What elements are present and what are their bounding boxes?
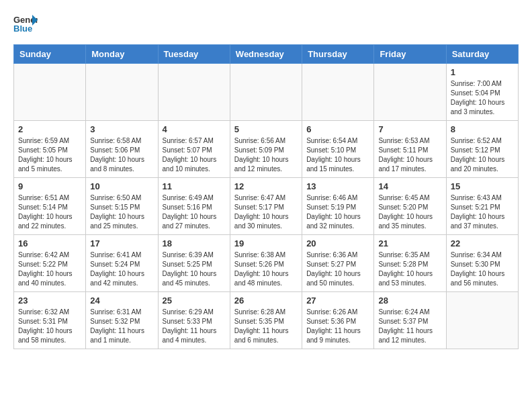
- weekday-header-row: SundayMondayTuesdayWednesdayThursdayFrid…: [14, 45, 519, 64]
- calendar-cell: 20Sunrise: 6:36 AM Sunset: 5:27 PM Dayli…: [302, 235, 374, 292]
- day-info: Sunrise: 6:59 AM Sunset: 5:05 PM Dayligh…: [18, 136, 81, 174]
- calendar-cell: [86, 64, 158, 121]
- day-number: 28: [378, 295, 441, 306]
- calendar-week-row-4: 16Sunrise: 6:42 AM Sunset: 5:22 PM Dayli…: [14, 235, 519, 292]
- day-number: 14: [378, 181, 441, 191]
- calendar-cell: [158, 64, 230, 121]
- calendar-week-row-1: 1Sunrise: 7:00 AM Sunset: 5:04 PM Daylig…: [14, 64, 519, 121]
- day-info: Sunrise: 6:46 AM Sunset: 5:19 PM Dayligh…: [306, 193, 369, 231]
- day-number: 13: [306, 181, 369, 191]
- calendar-cell: [14, 64, 86, 121]
- calendar-cell: 6Sunrise: 6:54 AM Sunset: 5:10 PM Daylig…: [302, 121, 374, 178]
- calendar-cell: 19Sunrise: 6:38 AM Sunset: 5:26 PM Dayli…: [230, 235, 302, 292]
- day-number: 22: [451, 238, 514, 248]
- logo-icon: General Blue: [13, 13, 38, 34]
- calendar-cell: 1Sunrise: 7:00 AM Sunset: 5:04 PM Daylig…: [446, 64, 518, 121]
- calendar-cell: 15Sunrise: 6:43 AM Sunset: 5:21 PM Dayli…: [446, 178, 518, 235]
- calendar-week-row-5: 23Sunrise: 6:32 AM Sunset: 5:31 PM Dayli…: [14, 292, 519, 349]
- day-info: Sunrise: 7:00 AM Sunset: 5:04 PM Dayligh…: [451, 79, 514, 117]
- day-info: Sunrise: 6:39 AM Sunset: 5:25 PM Dayligh…: [163, 250, 226, 288]
- day-number: 9: [18, 181, 81, 191]
- day-info: Sunrise: 6:36 AM Sunset: 5:27 PM Dayligh…: [306, 250, 369, 288]
- calendar-cell: 21Sunrise: 6:35 AM Sunset: 5:28 PM Dayli…: [374, 235, 446, 292]
- calendar-cell: 7Sunrise: 6:53 AM Sunset: 5:11 PM Daylig…: [374, 121, 446, 178]
- day-info: Sunrise: 6:28 AM Sunset: 5:35 PM Dayligh…: [234, 308, 298, 345]
- day-number: 5: [234, 124, 298, 134]
- day-info: Sunrise: 6:29 AM Sunset: 5:33 PM Dayligh…: [163, 308, 226, 345]
- page-header: General Blue: [13, 13, 519, 34]
- weekday-header-saturday: Saturday: [446, 45, 518, 64]
- calendar-cell: 8Sunrise: 6:52 AM Sunset: 5:12 PM Daylig…: [446, 121, 518, 178]
- day-info: Sunrise: 6:52 AM Sunset: 5:12 PM Dayligh…: [451, 136, 514, 174]
- day-number: 7: [378, 124, 441, 134]
- day-number: 12: [234, 181, 298, 191]
- calendar-cell: 26Sunrise: 6:28 AM Sunset: 5:35 PM Dayli…: [230, 292, 302, 349]
- day-info: Sunrise: 6:50 AM Sunset: 5:15 PM Dayligh…: [90, 193, 153, 231]
- calendar-cell: 9Sunrise: 6:51 AM Sunset: 5:14 PM Daylig…: [14, 178, 86, 235]
- day-info: Sunrise: 6:47 AM Sunset: 5:17 PM Dayligh…: [234, 193, 298, 231]
- day-info: Sunrise: 6:43 AM Sunset: 5:21 PM Dayligh…: [451, 193, 514, 231]
- day-info: Sunrise: 6:42 AM Sunset: 5:22 PM Dayligh…: [18, 250, 81, 288]
- day-number: 16: [18, 238, 81, 248]
- calendar-cell: 14Sunrise: 6:45 AM Sunset: 5:20 PM Dayli…: [374, 178, 446, 235]
- day-info: Sunrise: 6:57 AM Sunset: 5:07 PM Dayligh…: [163, 136, 226, 174]
- day-number: 2: [18, 124, 81, 134]
- calendar-cell: 10Sunrise: 6:50 AM Sunset: 5:15 PM Dayli…: [86, 178, 158, 235]
- calendar-cell: 4Sunrise: 6:57 AM Sunset: 5:07 PM Daylig…: [158, 121, 230, 178]
- day-info: Sunrise: 6:51 AM Sunset: 5:14 PM Dayligh…: [18, 193, 81, 231]
- calendar-cell: 13Sunrise: 6:46 AM Sunset: 5:19 PM Dayli…: [302, 178, 374, 235]
- calendar-week-row-2: 2Sunrise: 6:59 AM Sunset: 5:05 PM Daylig…: [14, 121, 519, 178]
- weekday-header-monday: Monday: [86, 45, 158, 64]
- day-info: Sunrise: 6:24 AM Sunset: 5:37 PM Dayligh…: [378, 308, 441, 345]
- day-number: 23: [18, 295, 81, 306]
- calendar-cell: 2Sunrise: 6:59 AM Sunset: 5:05 PM Daylig…: [14, 121, 86, 178]
- day-info: Sunrise: 6:34 AM Sunset: 5:30 PM Dayligh…: [451, 250, 514, 288]
- calendar-cell: 16Sunrise: 6:42 AM Sunset: 5:22 PM Dayli…: [14, 235, 86, 292]
- calendar-cell: 5Sunrise: 6:56 AM Sunset: 5:09 PM Daylig…: [230, 121, 302, 178]
- day-number: 27: [306, 295, 369, 306]
- calendar-week-row-3: 9Sunrise: 6:51 AM Sunset: 5:14 PM Daylig…: [14, 178, 519, 235]
- calendar-cell: [374, 64, 446, 121]
- day-number: 15: [451, 181, 514, 191]
- logo: General Blue: [13, 13, 38, 34]
- calendar-cell: [446, 292, 518, 349]
- day-info: Sunrise: 6:41 AM Sunset: 5:24 PM Dayligh…: [90, 250, 153, 288]
- weekday-header-sunday: Sunday: [14, 45, 86, 64]
- weekday-header-wednesday: Wednesday: [230, 45, 302, 64]
- day-info: Sunrise: 6:31 AM Sunset: 5:32 PM Dayligh…: [90, 308, 153, 345]
- day-number: 19: [234, 238, 298, 248]
- calendar-cell: 11Sunrise: 6:49 AM Sunset: 5:16 PM Dayli…: [158, 178, 230, 235]
- day-info: Sunrise: 6:49 AM Sunset: 5:16 PM Dayligh…: [163, 193, 226, 231]
- calendar-table: SundayMondayTuesdayWednesdayThursdayFrid…: [13, 44, 519, 349]
- day-number: 10: [90, 181, 153, 191]
- day-info: Sunrise: 6:26 AM Sunset: 5:36 PM Dayligh…: [306, 308, 369, 345]
- day-info: Sunrise: 6:38 AM Sunset: 5:26 PM Dayligh…: [234, 250, 298, 288]
- day-info: Sunrise: 6:35 AM Sunset: 5:28 PM Dayligh…: [378, 250, 441, 288]
- day-number: 24: [90, 295, 153, 306]
- weekday-header-tuesday: Tuesday: [158, 45, 230, 64]
- day-number: 25: [163, 295, 226, 306]
- calendar-cell: 3Sunrise: 6:58 AM Sunset: 5:06 PM Daylig…: [86, 121, 158, 178]
- weekday-header-friday: Friday: [374, 45, 446, 64]
- calendar-cell: [230, 64, 302, 121]
- day-number: 4: [163, 124, 226, 134]
- day-number: 20: [306, 238, 369, 248]
- day-info: Sunrise: 6:58 AM Sunset: 5:06 PM Dayligh…: [90, 136, 153, 174]
- day-info: Sunrise: 6:54 AM Sunset: 5:10 PM Dayligh…: [306, 136, 369, 174]
- calendar-cell: 27Sunrise: 6:26 AM Sunset: 5:36 PM Dayli…: [302, 292, 374, 349]
- weekday-header-thursday: Thursday: [302, 45, 374, 64]
- calendar-cell: 17Sunrise: 6:41 AM Sunset: 5:24 PM Dayli…: [86, 235, 158, 292]
- calendar-cell: 24Sunrise: 6:31 AM Sunset: 5:32 PM Dayli…: [86, 292, 158, 349]
- calendar-cell: 12Sunrise: 6:47 AM Sunset: 5:17 PM Dayli…: [230, 178, 302, 235]
- day-number: 18: [163, 238, 226, 248]
- day-info: Sunrise: 6:45 AM Sunset: 5:20 PM Dayligh…: [378, 193, 441, 231]
- day-number: 17: [90, 238, 153, 248]
- calendar-cell: 22Sunrise: 6:34 AM Sunset: 5:30 PM Dayli…: [446, 235, 518, 292]
- day-info: Sunrise: 6:53 AM Sunset: 5:11 PM Dayligh…: [378, 136, 441, 174]
- day-number: 8: [451, 124, 514, 134]
- calendar-cell: 18Sunrise: 6:39 AM Sunset: 5:25 PM Dayli…: [158, 235, 230, 292]
- day-number: 1: [451, 67, 514, 77]
- calendar-cell: 25Sunrise: 6:29 AM Sunset: 5:33 PM Dayli…: [158, 292, 230, 349]
- day-number: 21: [378, 238, 441, 248]
- day-number: 3: [90, 124, 153, 134]
